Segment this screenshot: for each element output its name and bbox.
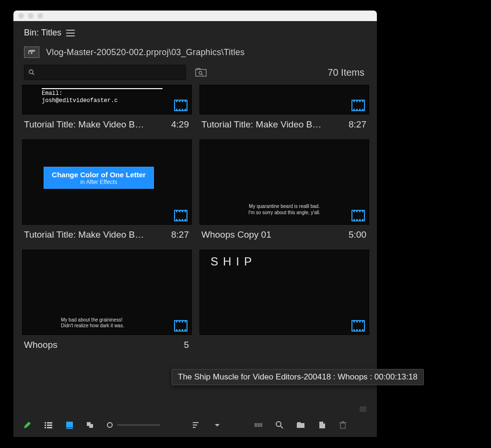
list-view-button[interactable] [43,420,54,430]
svg-point-15 [107,423,112,427]
traffic-close-icon[interactable] [18,13,24,19]
svg-rect-17 [193,425,197,425]
clip-item[interactable]: My quarantine beard is realll bad. I'm s… [199,139,368,240]
traffic-min-icon[interactable] [28,13,34,19]
title-type-icon [351,100,365,111]
svg-rect-11 [66,422,73,427]
clip-item[interactable]: Tutorial Title: Make Video B… 8:27 [199,85,368,130]
clip-name: Tutorial Title: Make Video B… [24,230,144,240]
zoom-knob-icon [106,422,113,428]
svg-rect-25 [339,422,346,423]
thumb-graphic: Change Color of One Letter in After Effe… [44,167,154,189]
svg-rect-26 [342,421,344,422]
new-bin-button[interactable] [295,420,306,430]
title-type-icon [351,210,365,221]
traffic-max-icon[interactable] [37,13,43,19]
svg-rect-6 [47,422,52,424]
clip-duration: 8:27 [349,119,366,130]
hover-tooltip: The Ship Muscle for Video Editors-200418… [172,369,424,385]
new-search-bin-button[interactable] [195,68,208,77]
clip-item[interactable]: SHIP [199,250,368,350]
freeform-write-icon[interactable] [22,420,33,430]
sort-dropdown-icon[interactable] [212,420,222,430]
clip-name: Tutorial Title: Make Video B… [201,119,321,130]
bin-up-button[interactable] [24,46,39,58]
svg-rect-19 [255,423,257,427]
svg-rect-16 [193,422,199,423]
clip-item[interactable]: Change Color of One Letter in After Effe… [22,139,191,240]
svg-rect-9 [45,427,46,428]
bin-footer-toolbar [13,413,377,437]
thumb-graphic: Email: josh@editvideofaster.c [42,88,163,104]
clip-item[interactable]: My bad about the graininess! Didn't real… [22,250,191,350]
automate-to-sequence-button[interactable] [253,420,264,430]
svg-rect-12 [66,428,73,429]
svg-rect-14 [89,424,93,428]
clip-item[interactable]: Email: josh@editvideofaster.c Tutorial T… [22,85,191,130]
thumb-graphic: My bad about the graininess! Didn't real… [61,317,124,329]
svg-line-1 [33,73,35,75]
svg-rect-24 [340,423,345,428]
thumbnail-zoom-slider[interactable] [106,422,160,428]
title-type-icon [174,100,187,111]
svg-rect-21 [260,423,262,427]
svg-point-3 [199,71,202,74]
search-input-wrap[interactable] [24,65,186,80]
title-type-icon [174,320,187,332]
panel-tab-title[interactable]: Bin: Titles [24,28,61,38]
panel-menu-icon[interactable] [66,30,75,36]
sort-button[interactable] [191,420,201,430]
title-type-icon [174,210,187,221]
clip-name: Whoops [24,340,58,350]
svg-point-0 [29,70,33,74]
svg-rect-8 [47,425,52,426]
search-icon [28,69,35,76]
svg-rect-2 [196,69,206,76]
svg-rect-18 [193,427,196,428]
freeform-view-button[interactable] [85,420,96,430]
icon-view-button[interactable] [64,420,75,430]
svg-line-4 [201,74,203,75]
title-type-icon [351,320,365,332]
thumb-graphic: My quarantine beard is realll bad. I'm s… [200,203,369,216]
svg-rect-7 [45,425,46,426]
clip-duration: 5 [184,340,189,350]
svg-line-23 [281,426,283,428]
svg-rect-20 [257,423,260,427]
horizontal-scrollbar[interactable] [22,405,368,413]
svg-point-22 [276,422,281,426]
clip-duration: 5:00 [349,230,366,240]
new-item-button[interactable] [316,420,327,430]
window-titlebar[interactable] [13,11,377,21]
clip-name: Tutorial Title: Make Video B… [24,119,144,130]
find-button[interactable] [274,420,285,430]
svg-rect-10 [47,427,52,428]
svg-rect-5 [45,422,46,424]
clip-duration: 4:29 [171,119,189,130]
item-count: 70 Items [327,67,366,78]
thumbnail-grid: Email: josh@editvideofaster.c Tutorial T… [22,85,368,350]
breadcrumb[interactable]: Vlog-Master-200520-002.prproj\03_Graphic… [46,47,245,57]
clip-name: Whoops Copy 01 [201,230,271,240]
thumb-graphic: SHIP [210,255,257,268]
clear-trash-button[interactable] [338,420,348,430]
search-input[interactable] [39,68,182,77]
clip-duration: 8:27 [171,230,189,240]
